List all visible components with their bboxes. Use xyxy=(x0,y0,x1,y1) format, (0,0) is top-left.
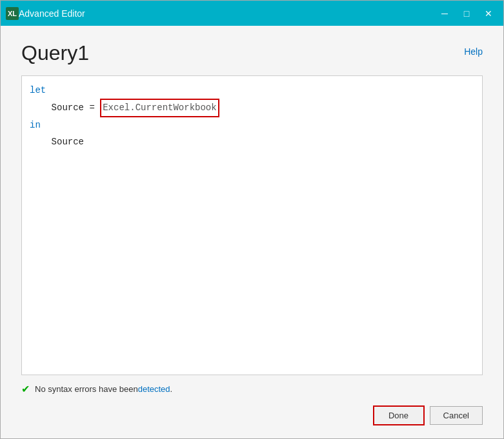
code-line-3: in xyxy=(30,117,474,133)
check-icon: ✔ xyxy=(21,383,30,395)
keyword-in: in xyxy=(30,117,41,133)
done-button[interactable]: Done xyxy=(373,405,425,425)
highlighted-function: Excel.CurrentWorkbook xyxy=(100,99,219,117)
app-icon: XL xyxy=(6,7,19,20)
maximize-button[interactable]: □ xyxy=(457,5,476,23)
status-text-after: . xyxy=(170,384,173,394)
minimize-button[interactable]: ─ xyxy=(435,5,454,23)
button-row: Done Cancel xyxy=(21,405,483,425)
query-title: Query1 xyxy=(21,41,89,65)
close-button[interactable]: ✕ xyxy=(479,5,498,23)
status-text-detected: detected xyxy=(138,384,170,394)
source-reference: Source xyxy=(30,134,84,150)
header-row: Query1 Help xyxy=(21,41,483,65)
cancel-button[interactable]: Cancel xyxy=(430,406,483,425)
window-controls: ─ □ ✕ xyxy=(435,5,498,23)
code-editor[interactable]: let Source = Excel.CurrentWorkbook in So… xyxy=(21,75,483,375)
code-line-1: let xyxy=(30,83,474,99)
code-line-2: Source = Excel.CurrentWorkbook xyxy=(30,99,474,117)
advanced-editor-window: XL Advanced Editor ─ □ ✕ Query1 Help let… xyxy=(0,0,504,439)
code-line-4: Source xyxy=(30,134,474,150)
main-content: Query1 Help let Source = Excel.CurrentWo… xyxy=(1,26,503,438)
help-link[interactable]: Help xyxy=(464,46,483,57)
title-bar: XL Advanced Editor ─ □ ✕ xyxy=(1,1,503,26)
keyword-let: let xyxy=(30,83,46,99)
window-title: Advanced Editor xyxy=(19,8,435,19)
status-row: ✔ No syntax errors have been detected . xyxy=(21,383,483,395)
status-text-before: No syntax errors have been xyxy=(35,384,138,394)
source-assignment-prefix: Source = xyxy=(30,100,100,116)
